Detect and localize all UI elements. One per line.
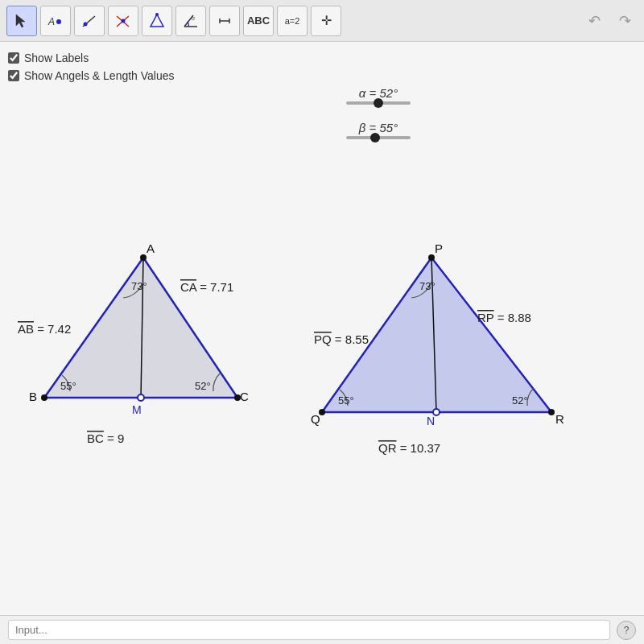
- input-bar: ?: [0, 615, 644, 644]
- tool-angle[interactable]: α: [175, 6, 206, 36]
- tool-special-line[interactable]: [108, 6, 138, 36]
- vertex-P[interactable]: [428, 254, 435, 261]
- redo-button[interactable]: ↷: [612, 8, 638, 34]
- toolbar: A α: [0, 0, 644, 42]
- label-C: C: [240, 390, 249, 403]
- label-R: R: [555, 412, 564, 426]
- label-A: A: [147, 242, 155, 255]
- angle-C-label: 52°: [195, 380, 211, 392]
- tool-move[interactable]: ✛: [311, 6, 341, 36]
- meas-BC-overline: BC: [87, 431, 104, 445]
- meas-BC-value: = 9: [107, 431, 124, 445]
- vertex-B[interactable]: [41, 394, 47, 401]
- label-M: M: [132, 403, 142, 416]
- meas-PQ-value: = 8.55: [335, 332, 369, 346]
- tool-line[interactable]: [74, 6, 105, 36]
- meas-RP-value: = 8.88: [497, 311, 531, 324]
- angle-R-label: 52°: [512, 394, 528, 407]
- tool-point[interactable]: A: [40, 6, 71, 36]
- tool-polygon[interactable]: [142, 6, 172, 36]
- meas-CA-overline: CA: [180, 280, 197, 294]
- vertex-A[interactable]: [140, 254, 147, 261]
- tool-move-label: ✛: [321, 13, 332, 28]
- undo-button[interactable]: ↶: [581, 8, 607, 34]
- svg-point-8: [155, 13, 159, 16]
- tool-text-label: ABC: [247, 14, 270, 27]
- svg-text:α: α: [192, 15, 196, 21]
- svg-point-6: [122, 19, 126, 23]
- tool-select[interactable]: [6, 6, 37, 36]
- meas-CA-value: = 7.71: [200, 280, 233, 294]
- meas-PQ: PQ = 8.55: [314, 332, 369, 346]
- meas-QR-overline: QR: [378, 441, 397, 455]
- meas-AB-value: = 7.42: [37, 322, 71, 336]
- angle-B-label: 55°: [60, 380, 76, 392]
- tool-measure[interactable]: [209, 6, 240, 36]
- meas-AB: AB = 7.42: [18, 322, 71, 336]
- help-button[interactable]: ?: [617, 621, 636, 640]
- meas-QR: QR = 10.37: [378, 441, 440, 455]
- svg-point-3: [84, 22, 88, 26]
- label-B: B: [29, 390, 37, 403]
- vertex-R[interactable]: [548, 409, 555, 415]
- angle-Q-label: 55°: [338, 394, 354, 407]
- meas-CA: CA = 7.71: [180, 280, 233, 294]
- input-field[interactable]: [8, 620, 610, 640]
- label-Q: Q: [311, 412, 320, 426]
- meas-RP: RP = 8.88: [477, 311, 531, 324]
- main-canvas-area: Show Labels Show Angels & Length Values …: [0, 42, 644, 615]
- angle-P-label: 73°: [419, 280, 436, 292]
- svg-text:A: A: [47, 16, 55, 27]
- tool-text[interactable]: ABC: [243, 6, 274, 36]
- label-N: N: [427, 415, 435, 427]
- vertex-M[interactable]: [138, 394, 144, 401]
- label-P: P: [435, 242, 443, 255]
- tool-slider-label: a=2: [285, 16, 300, 26]
- meas-QR-value: = 10.37: [400, 441, 440, 455]
- geometry-canvas: A B C M 73° 55° 52° AB = 7.42 CA = 7.71 …: [0, 42, 644, 615]
- meas-AB-overline: AB: [18, 322, 34, 336]
- svg-marker-7: [151, 14, 163, 27]
- angle-A-label: 73°: [131, 280, 147, 292]
- meas-RP-overline: RP: [477, 311, 494, 324]
- svg-point-1: [56, 19, 61, 24]
- tool-slider[interactable]: a=2: [277, 6, 308, 36]
- meas-BC: BC = 9: [87, 431, 124, 445]
- meas-PQ-overline: PQ: [314, 332, 332, 346]
